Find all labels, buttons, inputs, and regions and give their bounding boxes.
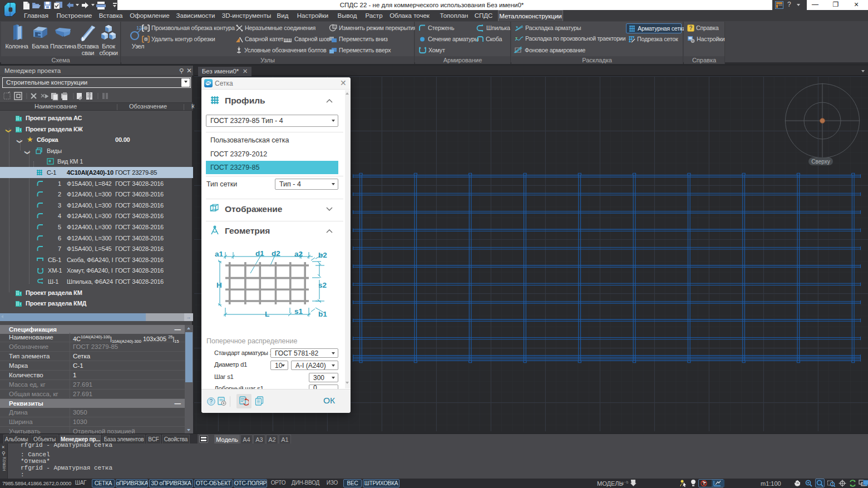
svg-text:s2: s2 <box>318 281 327 289</box>
svg-text:a2: a2 <box>294 250 303 258</box>
svg-text:?: ? <box>210 398 213 405</box>
svg-text:L: L <box>265 310 269 318</box>
svg-text:Сверху: Сверху <box>811 159 830 165</box>
svg-text:d1: d1 <box>255 249 264 258</box>
svg-text:a1: a1 <box>215 250 224 258</box>
svg-text:H: H <box>216 281 222 289</box>
svg-text:s1: s1 <box>294 307 303 316</box>
svg-text:b2: b2 <box>318 251 327 259</box>
svg-text:b1: b1 <box>318 310 327 318</box>
svg-text:?: ? <box>689 25 693 31</box>
svg-text:d2: d2 <box>272 249 280 258</box>
